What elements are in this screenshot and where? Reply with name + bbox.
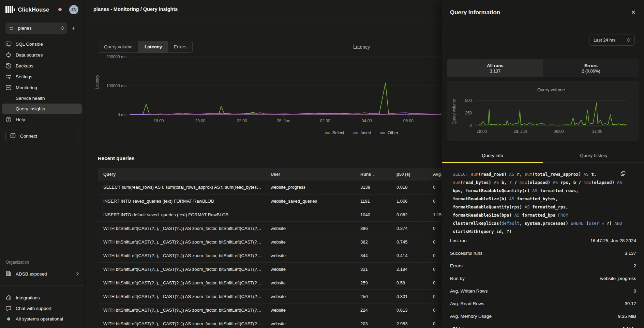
sidebar-item-data-sources[interactable]: Data sources [0, 49, 84, 60]
legend-item-insert[interactable]: Insert [353, 130, 371, 135]
sidebar-item-help[interactable]: Help [0, 114, 84, 125]
sidebar-item-query-insights[interactable]: Query insights [2, 104, 82, 114]
stat-row: Errors2 [450, 260, 636, 272]
sql-token: ( [586, 221, 589, 226]
service-status-dot [58, 8, 62, 11]
add-service-button[interactable]: + [69, 24, 78, 33]
sidebar-subitem-label: Service health [16, 96, 45, 101]
svg-text:Latency: Latency [353, 44, 370, 50]
sql-token: (elapsed) [591, 180, 617, 185]
sidebar-item-sql-console[interactable]: SQL Console [0, 38, 84, 49]
runs-cell: 259 [355, 276, 391, 290]
chevron-right-icon [76, 271, 79, 277]
app-name: ClickHouse [18, 6, 49, 13]
sql-token: AS [525, 204, 533, 209]
organization-item[interactable]: ADSB.exposed [0, 268, 84, 279]
svg-text:250: 250 [465, 111, 472, 115]
sql-token: r, [517, 172, 525, 177]
user-avatar[interactable]: ZN [69, 5, 78, 14]
sql-token: rps, b / [560, 180, 584, 185]
clickhouse-logo-icon[interactable] [5, 6, 15, 13]
connect-button-label: Connect [20, 134, 37, 139]
sidebar-divider [0, 285, 84, 286]
runs-cell: 1040 [355, 208, 391, 221]
toggle-errors[interactable]: Errors 2 (0.06%) [543, 59, 639, 77]
stat-label: Avg. Memory Usage [450, 314, 492, 319]
sql-token: clusterAllReplicas( [453, 221, 501, 226]
sidebar-item-label: Data sources [16, 52, 43, 58]
query-stats-list: Last run16:47:25, Jun 28 2024Successful … [450, 234, 636, 328]
time-range-value: Last 24 hrs [594, 37, 624, 43]
column-header-query[interactable]: Query [98, 168, 265, 181]
user-cell [265, 208, 355, 221]
sql-token: AS [514, 213, 522, 218]
query-cell: WITH bitShiftLeft(CAST(?..), _CAST(?..))… [98, 276, 265, 290]
query-cell: WITH bitShiftLeft(CAST(?..), _CAST(?..))… [98, 235, 265, 249]
svg-text:Latency: Latency [95, 75, 100, 89]
svg-text:100000 ms: 100000 ms [106, 83, 126, 88]
user-cell: website_saved_queries [265, 194, 355, 208]
puzzle-icon [5, 295, 12, 301]
sql-token: SELECT [453, 172, 471, 177]
p50-cell: 2.953 [391, 317, 428, 328]
sidebar-item-label: SQL Console [16, 42, 43, 47]
sidebar-item-system-status[interactable]: All systems operational [0, 314, 84, 324]
sql-token: FROM [558, 213, 568, 218]
sidebar: ClickHouse ZN aws planes + SQL Console D… [0, 0, 84, 328]
sidebar-item-label: Chat with support [16, 306, 51, 311]
sidebar-item-settings[interactable]: Settings [0, 71, 84, 82]
sql-token: bps, formatReadableQuantity(r) [453, 188, 532, 193]
service-selector[interactable]: aws planes [5, 22, 67, 34]
sql-token: WHERE [571, 221, 586, 226]
svg-text:500: 500 [465, 98, 472, 103]
organization-name: ADSB.exposed [16, 271, 47, 277]
user-cell: website [265, 262, 355, 276]
sql-token: (elapsed) [527, 180, 553, 185]
sql-token: AS [532, 188, 540, 193]
organization-section-label: Organization [6, 260, 29, 265]
stat-value: 9.35 MiB [618, 314, 636, 319]
tab-query-info[interactable]: Query info [442, 149, 543, 162]
query-cell: WITH bitShiftLeft(CAST(?..), _CAST(?..))… [98, 221, 265, 235]
query-cell: INSERT INTO default.saved_queries (text)… [98, 208, 265, 221]
copy-icon[interactable] [620, 171, 626, 177]
column-header-p50[interactable]: p50 (s) [391, 168, 428, 181]
stat-value: 16:47:25, Jun 28 2024 [590, 238, 636, 243]
legend-item-other[interactable]: Other [380, 130, 398, 135]
stat-value: 0 [633, 288, 636, 294]
column-header-user[interactable]: User [265, 168, 355, 181]
sidebar-item-label: Monitoring [16, 85, 37, 90]
stat-value: website_progress [600, 276, 636, 281]
toggle-all-runs[interactable]: All runs 3,137 [447, 59, 543, 77]
chevron-updown-icon [627, 38, 630, 42]
sidebar-item-label: Help [16, 117, 25, 122]
sql-token: b, r / [501, 180, 520, 185]
sidebar-item-integrations[interactable]: Integrations [0, 293, 84, 303]
aws-icon: aws [9, 26, 15, 30]
stat-row: Successful runs3,137 [450, 247, 636, 260]
sql-token: AS [509, 172, 517, 177]
chevron-updown-icon [61, 26, 64, 30]
connect-button[interactable]: Connect [5, 130, 78, 142]
sql-token: AS [553, 180, 561, 185]
svg-text:06:00: 06:00 [554, 129, 564, 134]
svg-text:04:00: 04:00 [362, 119, 372, 123]
legend-item-select[interactable]: Select [325, 130, 344, 135]
sidebar-item-chat-support[interactable]: Chat with support [0, 303, 84, 314]
user-cell: website [265, 235, 355, 249]
sidebar-item-monitoring[interactable]: Monitoring [0, 82, 84, 93]
svg-text:18:00: 18:00 [477, 129, 487, 134]
sidebar-item-service-health[interactable]: Service health [0, 93, 84, 104]
stat-label: Run by [450, 276, 465, 281]
stat-row: Avg. Written Rows0 [450, 285, 636, 297]
sql-token: (read_bytes) [461, 180, 494, 185]
close-icon[interactable]: ✕ [631, 10, 636, 15]
tab-query-history[interactable]: Query history [543, 149, 644, 162]
time-range-selector[interactable]: Last 24 hrs [589, 34, 635, 46]
sidebar-item-backups[interactable]: Backups [0, 60, 84, 71]
query-cell: WITH bitShiftLeft(CAST(?..), _CAST(?..))… [98, 317, 265, 328]
stat-value: 3,137 [625, 251, 636, 256]
svg-text:aws: aws [10, 27, 13, 29]
column-header-runs[interactable]: Runs⌄ [355, 168, 391, 181]
backup-restore-icon [5, 63, 12, 69]
